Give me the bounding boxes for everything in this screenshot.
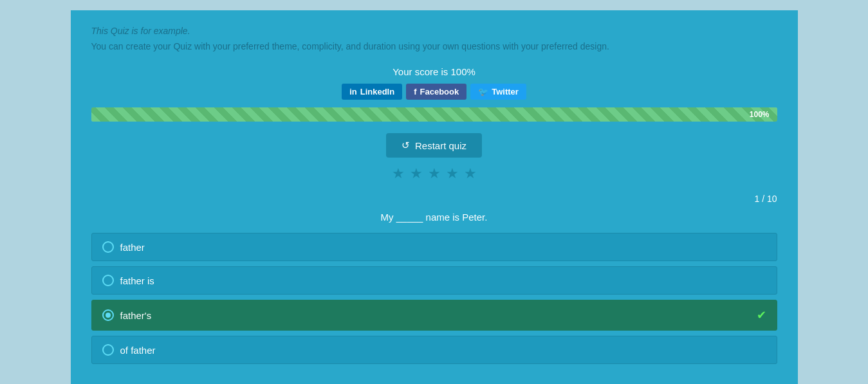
restart-icon: ↺ [402, 140, 410, 151]
social-buttons: in LinkedIn f Facebook 🐦 Twitter [91, 84, 777, 100]
star-4: ★ [446, 165, 459, 182]
score-section: Your score is 100% in LinkedIn f Faceboo… [91, 66, 777, 122]
correct-check-icon: ✔ [757, 308, 766, 322]
star-2: ★ [410, 165, 423, 182]
restart-button[interactable]: ↺ Restart quiz [386, 133, 482, 158]
answer-label-4: of father [120, 345, 766, 356]
linkedin-button[interactable]: in LinkedIn [342, 84, 402, 100]
radio-circle-1 [102, 241, 114, 253]
answer-option-3[interactable]: father's✔ [91, 300, 777, 331]
radio-circle-3 [102, 309, 114, 321]
facebook-icon: f [414, 87, 416, 96]
star-5: ★ [464, 165, 477, 182]
facebook-button[interactable]: f Facebook [406, 84, 466, 100]
radio-circle-2 [102, 275, 114, 286]
restart-section: ↺ Restart quiz [91, 133, 777, 158]
twitter-button[interactable]: 🐦 Twitter [470, 84, 526, 100]
facebook-label: Facebook [420, 87, 459, 96]
answer-label-3: father's [120, 310, 746, 321]
answer-label-1: father [120, 242, 766, 253]
progress-fill [91, 107, 777, 122]
question-text: My _____ name is Peter. [91, 212, 777, 223]
answer-label-2: father is [120, 275, 766, 286]
stars-row: ★ ★ ★ ★ ★ [91, 165, 777, 182]
star-1: ★ [392, 165, 405, 182]
score-text: Your score is 100% [91, 66, 777, 77]
linkedin-label: LinkedIn [360, 87, 394, 96]
twitter-icon: 🐦 [478, 87, 488, 96]
star-3: ★ [428, 165, 441, 182]
progress-label: 100% [750, 110, 770, 119]
progress-bar: 100% [91, 107, 777, 122]
linkedin-icon: in [349, 87, 357, 96]
quiz-container: This Quiz is for example. You can create… [71, 10, 798, 384]
answer-option-2[interactable]: father is [91, 266, 777, 295]
radio-circle-4 [102, 344, 114, 356]
twitter-label: Twitter [492, 87, 519, 96]
answer-option-1[interactable]: father [91, 233, 777, 261]
intro-italic: This Quiz is for example. [91, 26, 777, 36]
pagination: 1 / 10 [91, 194, 777, 204]
answers-list: fatherfather isfather's✔of father [91, 233, 777, 364]
answer-option-4[interactable]: of father [91, 336, 777, 364]
intro-text: You can create your Quiz with your prefe… [91, 40, 777, 53]
restart-label: Restart quiz [415, 140, 466, 151]
